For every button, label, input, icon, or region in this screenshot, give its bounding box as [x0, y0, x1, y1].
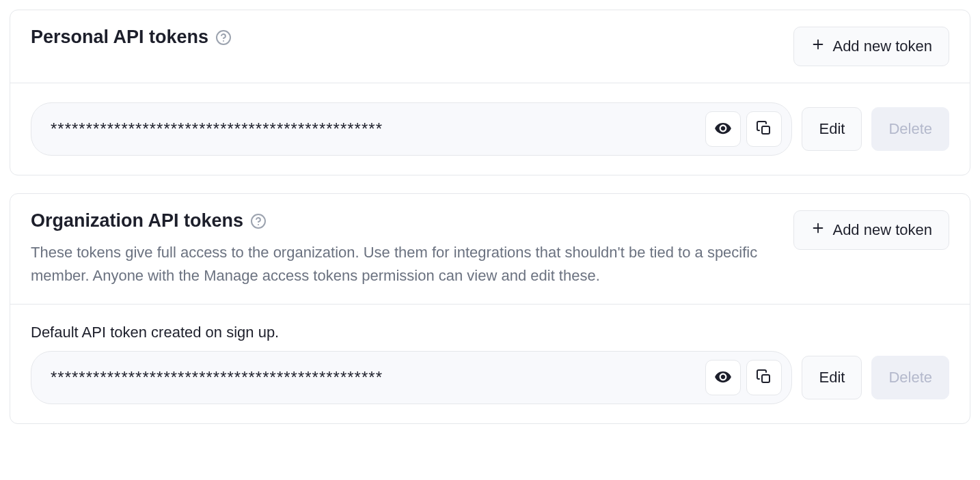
token-row: ****************************************… — [31, 351, 949, 404]
edit-button[interactable]: Edit — [802, 107, 862, 151]
reveal-token-button[interactable] — [705, 360, 741, 395]
organization-tokens-description: These tokens give full access to the org… — [31, 241, 793, 287]
personal-tokens-title: Personal API tokens — [31, 27, 208, 48]
organization-tokens-section: Organization API tokens These tokens giv… — [10, 193, 970, 424]
copy-icon — [756, 120, 772, 139]
organization-tokens-body: Default API token created on sign up. **… — [10, 304, 970, 423]
personal-tokens-body: ****************************************… — [10, 83, 970, 175]
edit-button[interactable]: Edit — [802, 356, 862, 399]
personal-tokens-section: Personal API tokens Add new token — [10, 10, 970, 175]
svg-rect-9 — [762, 375, 770, 382]
add-organization-token-button[interactable]: Add new token — [793, 210, 949, 250]
svg-rect-4 — [762, 126, 770, 134]
copy-token-button[interactable] — [746, 111, 782, 147]
help-icon[interactable] — [250, 213, 267, 229]
eye-icon — [714, 119, 732, 139]
token-label: Default API token created on sign up. — [31, 324, 949, 341]
delete-button: Delete — [871, 356, 949, 399]
add-personal-token-button[interactable]: Add new token — [793, 27, 949, 66]
add-personal-token-label: Add new token — [832, 38, 932, 55]
plus-icon — [811, 37, 826, 56]
delete-button: Delete — [871, 107, 949, 151]
token-field: ****************************************… — [31, 102, 792, 156]
copy-icon — [756, 369, 772, 387]
token-field: ****************************************… — [31, 351, 792, 404]
add-organization-token-label: Add new token — [832, 221, 932, 239]
personal-tokens-header: Personal API tokens Add new token — [10, 10, 970, 83]
plus-icon — [811, 221, 826, 240]
token-value: ****************************************… — [51, 119, 700, 139]
help-icon[interactable] — [215, 29, 232, 46]
token-row: ****************************************… — [31, 102, 949, 156]
reveal-token-button[interactable] — [705, 111, 741, 147]
eye-icon — [714, 368, 732, 388]
copy-token-button[interactable] — [746, 360, 782, 395]
organization-tokens-header: Organization API tokens These tokens giv… — [10, 194, 970, 304]
token-value: ****************************************… — [51, 368, 700, 387]
organization-tokens-title: Organization API tokens — [31, 210, 243, 231]
